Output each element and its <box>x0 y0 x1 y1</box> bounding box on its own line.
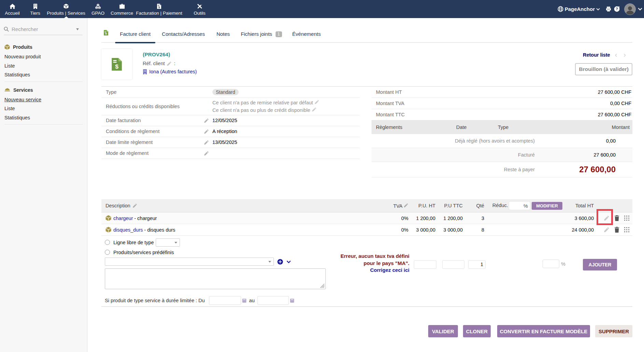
svg-text:$: $ <box>105 32 107 35</box>
svg-text:?: ? <box>616 7 618 11</box>
svg-text:$: $ <box>115 63 118 70</box>
